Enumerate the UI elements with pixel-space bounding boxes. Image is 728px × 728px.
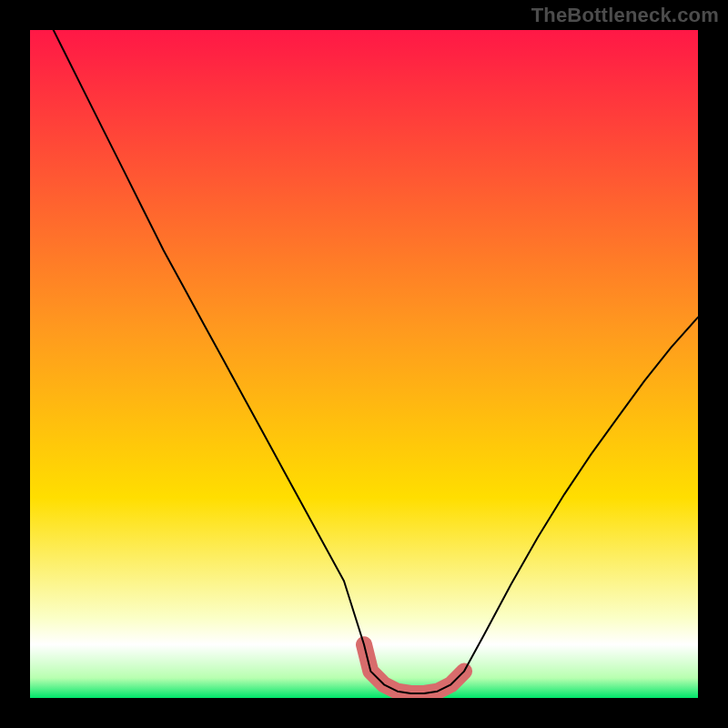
chart-background — [30, 30, 698, 698]
attribution-label: TheBottleneck.com — [531, 4, 719, 27]
bottleneck-chart — [0, 0, 728, 728]
